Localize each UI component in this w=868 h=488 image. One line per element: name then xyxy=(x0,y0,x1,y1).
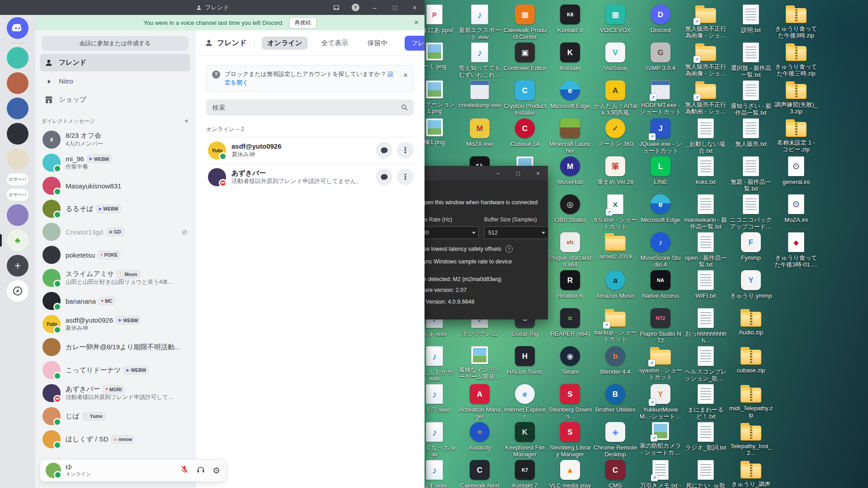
minimize-icon[interactable]: – xyxy=(365,0,385,15)
desktop-icon[interactable]: きゅうり_調声用データ.zip xyxy=(729,460,773,488)
dm-list-item[interactable]: Creator13gd▣GD⊘ xyxy=(39,221,191,243)
desktop-icon[interactable]: airset2-2019 xyxy=(594,232,637,260)
friend-row[interactable]: あずきバー活動者様以外原則フレンド申請許可してません。⋮ xyxy=(206,164,415,190)
desktop-icon[interactable]: Minecraft Launcher xyxy=(548,118,592,154)
desktop-icon[interactable]: HHALion Sonic xyxy=(503,346,547,375)
desktop-icon[interactable]: RReaktor 6 xyxy=(548,270,592,299)
maximize-icon[interactable]: □ xyxy=(385,0,405,15)
desktop-icon[interactable]: sfzPlogue sforzando x64 xyxy=(548,232,592,268)
mic-muted-icon[interactable] xyxy=(180,465,189,476)
desktop-icon[interactable]: ヘルスコンプレッション_歌詞.txt xyxy=(684,346,727,382)
desktop-icon[interactable]: createdump.exe xyxy=(458,80,501,108)
desktop-icon[interactable]: CCrypton Product Installer xyxy=(503,80,547,116)
desktop-icon[interactable]: ↗無人販売不正行為動画 - ショートカット xyxy=(684,80,727,115)
desktop-icon[interactable]: 選択肢 - 親作品一覧.txt xyxy=(729,42,773,78)
hidden-eye-icon[interactable]: ⊘ xyxy=(182,228,188,236)
desktop-icon[interactable]: Aかんたん！AITalk 3 関西風 xyxy=(594,80,637,116)
search-input[interactable] xyxy=(212,103,401,112)
message-button[interactable] xyxy=(376,169,392,185)
desktop-icon[interactable]: ↗無人販売不正行為画像 - ショートカッ... xyxy=(684,5,727,39)
desktop-icon[interactable]: ↗syasinn - ショートカット xyxy=(639,346,682,380)
server-icon[interactable] xyxy=(7,204,28,226)
desktop-icon[interactable]: VVoiSona xyxy=(594,42,637,71)
desktop-icon[interactable]: ≈REAPER (x64) xyxy=(548,308,592,337)
dm-list-item[interactable]: poketetsu◓POKE xyxy=(39,244,191,266)
desktop-icon[interactable]: open - 親作品一覧.txt xyxy=(684,232,727,268)
desktop-icon[interactable]: bBlender 4.4 xyxy=(594,346,637,375)
server-name-chip[interactable]: かサーバ xyxy=(7,174,28,185)
friend-search[interactable] xyxy=(206,99,414,116)
desktop-icon[interactable]: ニコニコバックアップコード.txt xyxy=(729,194,773,230)
desktop-icon[interactable]: AActivation Manager xyxy=(458,384,501,420)
desktop-icon[interactable]: CCMS xyxy=(594,460,637,488)
desktop-icon[interactable]: eInternet Explorer xyxy=(503,384,547,420)
server-icon[interactable]: ♣ xyxy=(7,230,28,251)
desktop-icon[interactable]: まにまわーるど！.txt xyxy=(684,384,727,420)
dm-list-item[interactable]: じば☾Yume xyxy=(39,405,191,427)
avatar[interactable] xyxy=(46,463,61,478)
desktop-icon[interactable]: 名称未設定 1 - コピー.zip xyxy=(774,118,818,153)
desktop-icon[interactable]: ✓ノートン 360 xyxy=(594,118,637,147)
desktop-icon[interactable]: ▲VLC media player xyxy=(548,460,592,488)
buffer-size-dropdown[interactable]: 512 xyxy=(484,226,548,239)
open-on-connect-row[interactable]: Open this window when hardware is connec… xyxy=(409,199,543,206)
more-button[interactable]: ⋮ xyxy=(397,169,414,185)
desktop-icon[interactable]: BBrother Utilities xyxy=(594,384,637,413)
desktop-icon[interactable]: 無人販売.txt xyxy=(729,118,773,147)
server-icon[interactable] xyxy=(7,98,28,119)
desktop-icon[interactable]: ♪MuseScore Studio 4 xyxy=(639,232,682,268)
desktop-icon[interactable]: きゅうり食ってた午後三時.zip xyxy=(774,42,818,77)
server-icon[interactable] xyxy=(7,47,28,69)
notice-close-icon[interactable]: × xyxy=(403,70,408,81)
help-icon[interactable]: ? xyxy=(346,0,365,15)
server-icon[interactable] xyxy=(7,148,28,170)
dm-list-item[interactable]: るるそば▶WEBM xyxy=(39,197,191,220)
desktop-icon[interactable]: NANative Access xyxy=(639,270,682,299)
desktop-icon[interactable]: ♪答え知っててもむずいわこれ.wav xyxy=(458,42,501,78)
tab-all[interactable]: 全て表示 xyxy=(315,37,354,50)
desktop-icon[interactable]: K7Kontakt 7 xyxy=(503,460,547,488)
lowest-latency-row[interactable]: Use lowest latency safety offsets ? xyxy=(409,245,543,253)
dm-list-item[interactable]: Yutoasdf@yuto0926▶WEBM夏休み神 xyxy=(39,313,191,335)
dialog-maximize-icon[interactable]: □ xyxy=(508,166,528,180)
tab-online[interactable]: オンライン xyxy=(262,37,308,50)
friend-row[interactable]: Yutoasdf@yuto0926夏休み神⋮ xyxy=(206,137,415,164)
dm-list-item[interactable]: カレー卵丼@8/19より期限不明活動... xyxy=(39,336,191,358)
gear-icon[interactable]: ⚙ xyxy=(212,465,220,476)
desktop-icon[interactable]: ◆きゅうり食ってた午後3時-01.cpr xyxy=(774,232,818,268)
dm-list-item[interactable]: スライムアミサ☾Moon山田と山田が好き(山田リョウと笑う4体の山) xyxy=(39,267,191,289)
desktop-icon[interactable]: ◉Steam xyxy=(548,346,592,375)
banner-close-icon[interactable]: × xyxy=(414,18,419,27)
desktop-icon[interactable]: 筆筆まめ Ver.28 xyxy=(594,156,637,185)
server-icon[interactable] xyxy=(7,72,28,94)
desktop-icon[interactable]: Telepathy_Inst_2... xyxy=(729,422,773,456)
desktop-icon[interactable]: きゅうり食ってた午後3時.zip xyxy=(774,5,818,39)
desktop-icon[interactable]: ▣Controller Editor xyxy=(503,42,547,71)
desktop-icon[interactable]: J↗JQuake.exe - ショートカット xyxy=(639,118,682,154)
dm-list-item[interactable]: 88/23 オフ会4人のメンバー xyxy=(39,128,191,151)
more-button[interactable]: ⋮ xyxy=(397,142,414,159)
dialog-close-icon[interactable]: × xyxy=(528,166,548,180)
tab-pending[interactable]: 保留中 xyxy=(362,37,394,50)
desktop-icon[interactable]: eMicrosoft Edge xyxy=(639,194,682,223)
desktop-icon[interactable]: 説明.txt xyxy=(729,5,773,33)
desktop-icon[interactable]: ♪新規エクスポート.wav xyxy=(458,5,501,40)
desktop-icon[interactable]: WIFI.txt xyxy=(684,270,727,299)
desktop-icon[interactable]: GGIMP 3.0.4 xyxy=(639,42,682,71)
desktop-icon[interactable]: MMuseHub xyxy=(548,156,592,185)
desktop-icon[interactable]: ↗万引きメモ.txt - ショートカット xyxy=(639,460,682,488)
dm-list-item[interactable]: Masayukisnow831 xyxy=(39,174,191,197)
desktop-icon[interactable]: ↗backup - ショートカット xyxy=(594,308,637,343)
desktop-icon[interactable]: CCakewalk Next xyxy=(458,460,501,488)
desktop-icon[interactable]: ラジオ_歌詞.txt xyxy=(684,422,727,451)
inbox-icon[interactable] xyxy=(327,0,346,15)
add-server-button[interactable]: + xyxy=(7,255,28,277)
desktop-icon[interactable]: ▦VOICEVOX xyxy=(594,5,637,33)
desktop-icon[interactable]: cubase.zip xyxy=(729,346,773,374)
sidebar-item-shop[interactable]: ショップ xyxy=(40,91,190,108)
desktop-icon[interactable]: おっhhhhhhhhhh... xyxy=(684,308,727,344)
create-dm-icon[interactable]: + xyxy=(184,117,189,125)
desktop-icon[interactable]: SSteinberg Library Manager xyxy=(548,422,592,458)
desktop-icon[interactable]: ksks.txt xyxy=(684,156,727,185)
desktop-icon[interactable]: ◎OBS Studio xyxy=(548,194,592,223)
